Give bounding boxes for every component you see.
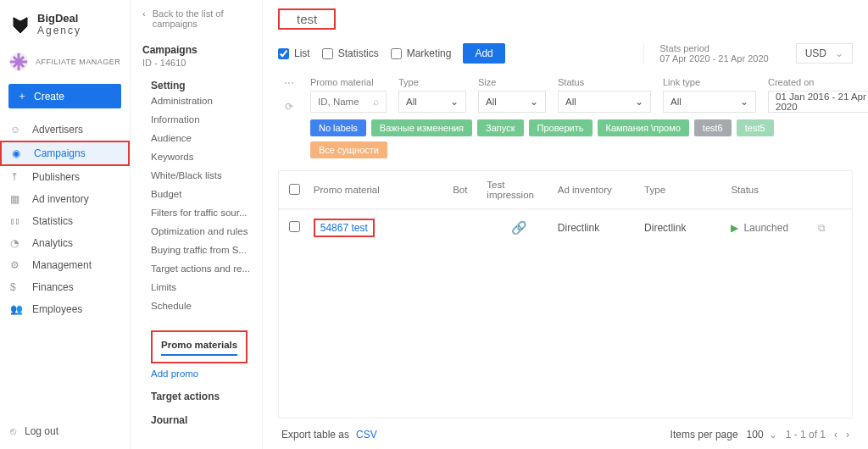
filter-chip[interactable]: No labels [310, 119, 366, 136]
brand: BigDeal Agency [0, 0, 130, 48]
more-horizontal-icon[interactable]: ⋯ [284, 77, 294, 89]
label-chips: No labelsВажные измененияЗапускПроверить… [310, 119, 853, 158]
subnav-promo-materials[interactable]: Promo materials [161, 335, 237, 356]
view-marketing-check[interactable]: Marketing [391, 47, 452, 59]
create-button[interactable]: ＋ Create [8, 84, 121, 108]
page-title: test [278, 8, 336, 30]
filter-chip[interactable]: Запуск [477, 119, 523, 136]
stats-period[interactable]: Stats period 07 Apr 2020 - 21 Apr 2020 [643, 43, 768, 64]
sidebar-item-analytics[interactable]: ◔ Analytics [0, 232, 130, 254]
left-sidebar: BigDeal Agency AFFILIATE MANAGER ＋ Creat… [0, 0, 131, 449]
chevron-down-icon: ⌄ [769, 429, 777, 441]
table-row: 54867 test 🔗 Directlink Directlink ▶Laun… [279, 209, 852, 246]
created-date-select[interactable]: 01 Jan 2016 - 21 Apr 2020⌄ [768, 91, 868, 113]
affiliate-manager-row[interactable]: AFFILIATE MANAGER [0, 48, 130, 79]
add-promo-link[interactable]: Add promo [151, 369, 250, 379]
size-select[interactable]: All⌄ [478, 91, 546, 113]
page-next-button[interactable]: › [846, 429, 849, 441]
person-icon: ☺ [10, 124, 24, 136]
th-promo-material[interactable]: Promo material [314, 185, 433, 195]
subnav-white-black-lists[interactable]: White/Black lists [151, 166, 250, 185]
sidebar-item-statistics[interactable]: ⫾⫾ Statistics [0, 210, 130, 232]
bars-icon: ⫾⫾ [10, 215, 24, 227]
export-label: Export table as [281, 429, 349, 441]
filter-link-type: Link type All⌄ [663, 77, 756, 113]
subnav-traffic-filters[interactable]: Filters for traffic sour... [151, 203, 250, 222]
sidebar-item-publishers[interactable]: ⤒ Publishers [0, 166, 130, 188]
th-bot[interactable]: Bot [440, 185, 480, 195]
refresh-icon[interactable]: ⟳ [285, 101, 293, 113]
subnav-administration[interactable]: Administration [151, 91, 250, 110]
campaigns-heading: Campaigns [142, 44, 250, 56]
filter-chip[interactable]: test5 [737, 119, 774, 136]
pie-icon: ◔ [10, 237, 24, 249]
filter-size: Size All⌄ [478, 77, 546, 113]
filter-chip[interactable]: Проверить [529, 119, 593, 136]
status-select[interactable]: All⌄ [558, 91, 651, 113]
chevron-down-icon: ⌄ [835, 47, 843, 59]
th-test-impression[interactable]: Test impression [487, 180, 550, 200]
row-checkbox[interactable] [289, 221, 300, 232]
play-circle-icon: ◉ [12, 147, 25, 159]
manager-label: AFFILIATE MANAGER [36, 58, 120, 66]
link-type-select[interactable]: All⌄ [663, 91, 756, 113]
page-range: 1 - 1 of 1 [786, 429, 826, 441]
export-csv-link[interactable]: CSV [356, 429, 377, 441]
chevron-down-icon: ⌄ [450, 96, 459, 108]
copy-icon[interactable]: ⧉ [818, 222, 826, 234]
sidebar-item-finances[interactable]: $ Finances [0, 276, 130, 298]
main-area: test List Statistics Marketing Add Stats… [263, 0, 868, 449]
filter-created: Created on 01 Jan 2016 - 21 Apr 2020⌄ [768, 77, 868, 113]
subnav-journal[interactable]: Journal [142, 414, 250, 426]
cell-status: ▶Launched [731, 222, 810, 234]
promo-link[interactable]: 54867 test [320, 222, 368, 234]
brand-logo-icon [10, 14, 31, 35]
chevron-left-icon: ‹ [142, 8, 146, 19]
box-icon: ▦ [10, 193, 24, 205]
view-list-check[interactable]: List [278, 47, 310, 59]
filter-chip[interactable]: test6 [694, 119, 732, 136]
promo-table: Promo material Bot Test impression Ad in… [278, 170, 853, 419]
type-select[interactable]: All⌄ [398, 91, 466, 113]
select-all-checkbox[interactable] [289, 184, 300, 195]
sidebar-item-employees[interactable]: 👥 Employees [0, 298, 130, 320]
th-type[interactable]: Type [644, 185, 724, 195]
items-per-page-select[interactable]: 100 ⌄ [747, 429, 777, 441]
subnav-budget[interactable]: Budget [151, 185, 250, 203]
filter-chip[interactable]: Кампания \промо [598, 119, 689, 136]
subnav-target-actions[interactable]: Target actions [142, 391, 250, 402]
page-prev-button[interactable]: ‹ [834, 429, 837, 441]
upload-icon: ⤒ [10, 171, 24, 183]
sidebar-item-ad-inventory[interactable]: ▦ Ad inventory [0, 188, 130, 210]
sidebar-item-management[interactable]: ⚙ Management [0, 254, 130, 276]
filter-status: Status All⌄ [558, 77, 651, 113]
group-icon: 👥 [10, 303, 24, 315]
subnav-schedule[interactable]: Schedule [151, 297, 250, 315]
subnav-buying-traffic[interactable]: Buying traffic from S... [151, 241, 250, 259]
view-statistics-check[interactable]: Statistics [322, 47, 379, 59]
th-status[interactable]: Status [731, 185, 810, 195]
currency-select[interactable]: USD ⌄ [796, 43, 853, 64]
sidebar-item-advertisers[interactable]: ☺ Advertisers [0, 119, 130, 141]
filter-chip[interactable]: Все сущности [310, 141, 387, 158]
subnav-limits[interactable]: Limits [151, 278, 250, 297]
add-button[interactable]: Add [463, 43, 504, 64]
subnav-information[interactable]: Information [151, 110, 250, 129]
link-icon[interactable]: 🔗 [511, 220, 527, 235]
sidebar-item-campaigns[interactable]: ◉ Campaigns [0, 141, 130, 166]
filter-promo-material: Promo material ⌕ [310, 77, 387, 113]
logout-button[interactable]: ⎋ Log out [0, 413, 130, 449]
setting-group: Setting [142, 80, 250, 91]
subnav-audience[interactable]: Audience [151, 129, 250, 147]
chevron-down-icon: ⌄ [740, 96, 748, 108]
th-ad-inventory[interactable]: Ad inventory [558, 185, 637, 195]
brand-line2: Agency [37, 25, 81, 36]
subnav-target-actions-re[interactable]: Target actions and re... [151, 259, 250, 278]
subnav-keywords[interactable]: Keywords [151, 147, 250, 166]
avatar-mosaic-icon [8, 52, 29, 72]
items-per-page-label: Items per page [670, 429, 738, 441]
subnav-optimization[interactable]: Optimization and rules [151, 222, 250, 241]
filter-chip[interactable]: Важные изменения [371, 119, 472, 136]
promo-material-search-input[interactable] [318, 97, 368, 107]
back-link[interactable]: ‹ Back to the list of campaigns [142, 8, 250, 29]
